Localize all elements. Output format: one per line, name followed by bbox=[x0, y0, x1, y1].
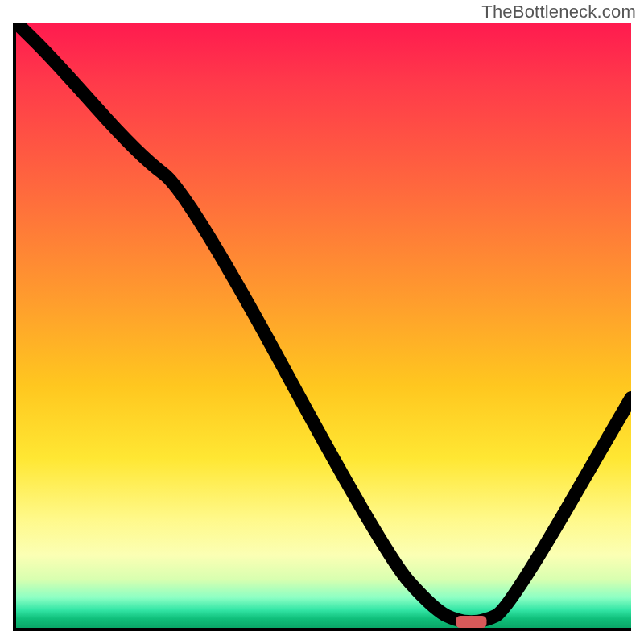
plot-area bbox=[13, 23, 631, 631]
chart-root: TheBottleneck.com bbox=[0, 0, 644, 644]
watermark-text: TheBottleneck.com bbox=[481, 2, 636, 23]
bottleneck-curve bbox=[16, 23, 631, 621]
curve-layer bbox=[16, 23, 631, 628]
optimal-point-marker bbox=[456, 616, 486, 628]
